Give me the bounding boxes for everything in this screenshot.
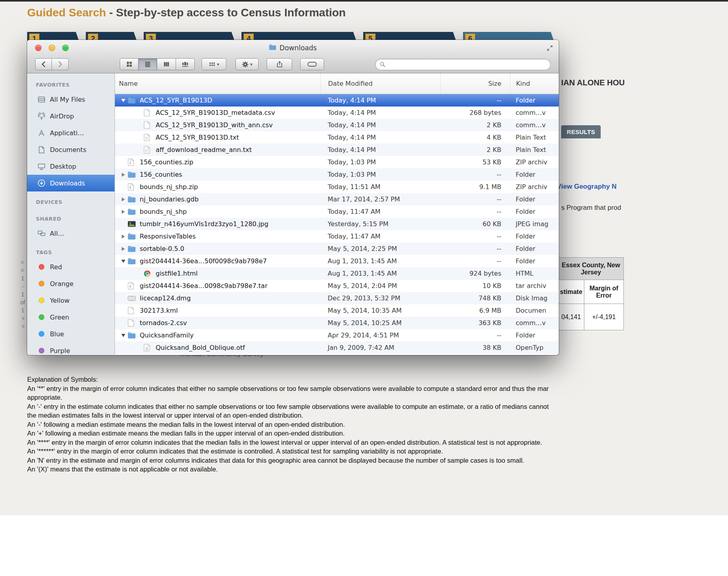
list-view-button[interactable] bbox=[138, 58, 157, 70]
disclosure-triangle[interactable] bbox=[119, 173, 128, 177]
kind-cell: Folder bbox=[510, 257, 559, 265]
file-row[interactable]: bounds_nj_shp.zipToday, 11:51 AM9.1 MBZI… bbox=[115, 181, 559, 193]
file-name: tornados-2.csv bbox=[140, 319, 187, 327]
traffic-lights bbox=[35, 45, 69, 51]
kind-cell: Folder bbox=[510, 233, 559, 240]
disclosure-triangle[interactable] bbox=[119, 210, 128, 214]
disclosure-triangle[interactable] bbox=[119, 247, 128, 251]
coverflow-view-button[interactable] bbox=[176, 58, 195, 70]
zoom-button[interactable] bbox=[62, 45, 69, 51]
sidebar-item-green[interactable]: Green bbox=[27, 309, 115, 325]
explanation-line: An '-' entry in the estimate column indi… bbox=[27, 402, 728, 411]
file-row[interactable]: ACS_12_5YR_B19013D_with_ann.csvToday, 4:… bbox=[115, 119, 559, 131]
file-name-cell: ACS_12_5YR_B19013D_with_ann.csv bbox=[115, 121, 320, 129]
share-button[interactable] bbox=[267, 58, 292, 70]
file-row[interactable]: nj_boundaries.gdbMar 17, 2014, 2:57 PM--… bbox=[115, 193, 559, 205]
folder-icon bbox=[128, 246, 136, 252]
folder-icon bbox=[128, 233, 136, 240]
kind-cell: Plain Text bbox=[510, 134, 559, 141]
sidebar-item-airdrop[interactable]: AirDrop bbox=[27, 108, 115, 124]
pager-prev-icon[interactable]: « bbox=[19, 264, 27, 277]
sidebar-item-desktop[interactable]: Desktop bbox=[27, 158, 115, 175]
zip-icon bbox=[128, 282, 136, 290]
file-list: NameDate ModifiedSizeKind ACS_12_5YR_B19… bbox=[115, 73, 559, 355]
file-row[interactable]: OQuicksand_Bold_Oblique.otfJan 9, 2009, … bbox=[115, 341, 559, 354]
column-header-size[interactable]: Size bbox=[440, 73, 510, 94]
sidebar-item-label: Downloads bbox=[50, 180, 85, 187]
disclosure-triangle[interactable] bbox=[119, 235, 128, 239]
file-row[interactable]: 302173.kmlMay 5, 2014, 10:35 AM6.9 MBDoc… bbox=[115, 304, 559, 317]
size-cell: -- bbox=[440, 233, 510, 240]
sidebar-item-all[interactable]: All… bbox=[27, 225, 115, 242]
back-button[interactable] bbox=[35, 58, 52, 70]
file-row[interactable]: bounds_nj_shpToday, 11:47 AM--Folder bbox=[115, 205, 559, 218]
file-row[interactable]: tumblr_n416yumVls1rdz3zyo1_1280.jpgYeste… bbox=[115, 218, 559, 230]
search-input[interactable] bbox=[388, 61, 546, 68]
file-row[interactable]: licecap124.dmgDec 29, 2013, 5:32 PM748 K… bbox=[115, 292, 559, 304]
sidebar-item-all-my-files[interactable]: All My Files bbox=[27, 91, 115, 108]
finder-toolbar: ▾ ▾ bbox=[27, 56, 559, 73]
file-row[interactable]: gist2044414-36ea…0098c9ab798e7.tarMay 5,… bbox=[115, 280, 559, 292]
date-modified-cell: Today, 4:14 PM bbox=[320, 134, 440, 141]
file-row[interactable]: ResponsiveTablesToday, 11:47 AM--Folder bbox=[115, 230, 559, 243]
explanation-line: the median estimates falls in the lowest… bbox=[27, 411, 728, 420]
disclosure-triangle[interactable] bbox=[119, 260, 128, 263]
explanation-title: Explanation of Symbols: bbox=[27, 375, 728, 384]
file-row[interactable]: tornados-2.csvMay 5, 2014, 10:25 AM363 K… bbox=[115, 317, 559, 329]
disclosure-triangle[interactable] bbox=[119, 99, 128, 102]
date-modified-cell: Apr 29, 2014, 4:51 PM bbox=[320, 331, 440, 339]
icon-view-button[interactable] bbox=[120, 58, 138, 70]
fullscreen-icon[interactable] bbox=[546, 45, 553, 53]
sidebar-item-blue[interactable]: Blue bbox=[27, 325, 115, 342]
search-field[interactable] bbox=[375, 59, 551, 70]
tag-button[interactable] bbox=[300, 58, 324, 70]
file-row[interactable]: sortable-0.5.0May 5, 2014, 2:25 PM--Fold… bbox=[115, 243, 559, 255]
column-header-name[interactable]: Name bbox=[115, 73, 320, 94]
sidebar-item-applicati[interactable]: Applicati… bbox=[27, 124, 115, 141]
sidebar-item-downloads[interactable]: Downloads bbox=[27, 175, 115, 191]
date-modified-cell: Dec 29, 2013, 5:32 PM bbox=[320, 294, 440, 302]
column-view-button[interactable] bbox=[157, 58, 176, 70]
arrange-icon bbox=[209, 62, 216, 67]
minimize-button[interactable] bbox=[49, 45, 55, 51]
action-button[interactable]: ▾ bbox=[235, 58, 259, 70]
sidebar-item-label: Blue bbox=[50, 330, 64, 338]
file-row[interactable]: ACS_12_5YR_B19013D_metadata.csvToday, 4:… bbox=[115, 107, 559, 119]
sidebar-item-red[interactable]: Red bbox=[27, 258, 115, 275]
tag-dot-icon bbox=[37, 298, 46, 303]
forward-button[interactable] bbox=[52, 58, 69, 70]
kind-cell: ZIP archiv bbox=[510, 183, 559, 191]
sidebar-item-documents[interactable]: Documents bbox=[27, 141, 115, 158]
sidebar-section-tags: TAGS bbox=[27, 247, 115, 258]
file-row[interactable]: gist2044414-36ea…50f0098c9ab798e7Aug 1, … bbox=[115, 255, 559, 267]
file-row[interactable]: QuicksandFamilyApr 29, 2014, 4:51 PM--Fo… bbox=[115, 329, 559, 341]
disclosure-triangle[interactable] bbox=[119, 334, 128, 337]
icon-view-icon bbox=[126, 61, 133, 67]
column-header-date-modified[interactable]: Date Modified bbox=[320, 73, 440, 94]
file-row[interactable]: gistfile1.htmlAug 1, 2013, 1:45 AM924 by… bbox=[115, 267, 559, 280]
pager-last-icon[interactable]: « bbox=[19, 320, 27, 333]
folder-icon bbox=[128, 97, 136, 104]
folder-proxy-icon[interactable] bbox=[269, 44, 276, 52]
file-row[interactable]: aff_download_readme_ann.txtToday, 4:14 P… bbox=[115, 144, 559, 156]
sidebar-item-yellow[interactable]: Yellow bbox=[27, 292, 115, 309]
view-geography-link[interactable]: View Geography N bbox=[557, 183, 617, 191]
size-cell: 748 KB bbox=[440, 294, 510, 302]
file-row[interactable]: ACS_12_5YR_B19013D.txtToday, 4:14 PM4 KB… bbox=[115, 131, 559, 144]
arrange-button[interactable]: ▾ bbox=[202, 58, 226, 70]
column-header-kind[interactable]: Kind bbox=[510, 73, 559, 94]
sidebar-item-orange[interactable]: Orange bbox=[27, 275, 115, 292]
results-tab[interactable]: RESULTS bbox=[561, 125, 601, 138]
file-name: licecap124.dmg bbox=[140, 294, 191, 302]
sidebar-item-purple[interactable]: Purple bbox=[27, 342, 115, 355]
sidebar-item-label: Purple bbox=[50, 347, 70, 355]
titlebar[interactable]: Downloads bbox=[27, 40, 559, 56]
size-cell: 2 KB bbox=[440, 146, 510, 154]
size-cell: -- bbox=[440, 257, 510, 265]
disclosure-triangle[interactable] bbox=[119, 197, 128, 201]
file-row[interactable]: 156_countiesToday, 1:03 PM--Folder bbox=[115, 168, 559, 181]
date-modified-cell: Mar 17, 2014, 2:57 PM bbox=[320, 195, 440, 203]
file-row[interactable]: 156_counties.zipToday, 1:03 PM53 KBZIP a… bbox=[115, 156, 559, 168]
file-row[interactable]: ACS_12_5YR_B19013DToday, 4:14 PM--Folder bbox=[115, 94, 559, 107]
close-button[interactable] bbox=[35, 45, 42, 51]
